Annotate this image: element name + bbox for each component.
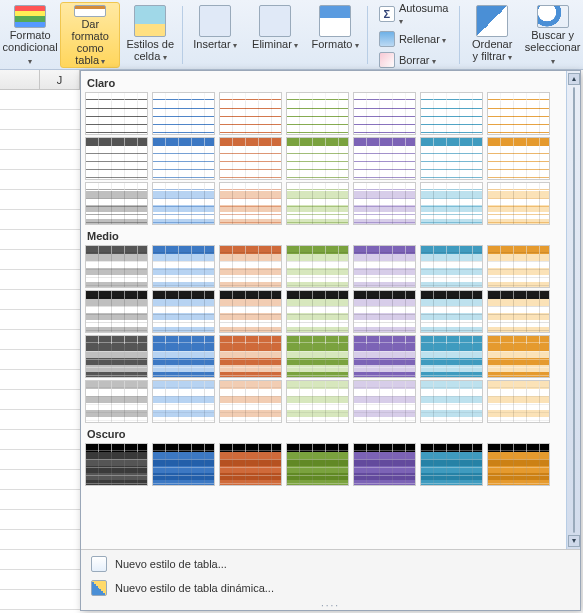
sort-filter-button[interactable]: Ordenar y filtrar xyxy=(462,2,522,68)
table-style-swatch[interactable] xyxy=(286,290,349,333)
table-style-swatch[interactable] xyxy=(85,245,148,288)
table-style-swatch[interactable] xyxy=(487,245,550,288)
autosum-button[interactable]: Σ Autosuma xyxy=(374,0,454,28)
table-style-swatch[interactable] xyxy=(286,245,349,288)
format-button[interactable]: Formato xyxy=(305,2,365,68)
find-select-button[interactable]: Buscar y seleccionar xyxy=(522,2,583,68)
table-style-swatch[interactable] xyxy=(219,182,282,225)
fill-button[interactable]: Rellenar xyxy=(374,29,454,49)
cell-row[interactable] xyxy=(0,590,80,610)
table-style-swatch[interactable] xyxy=(353,92,416,135)
table-style-swatch[interactable] xyxy=(219,245,282,288)
cell-row[interactable] xyxy=(0,130,80,150)
table-style-swatch[interactable] xyxy=(420,92,483,135)
table-style-swatch[interactable] xyxy=(152,380,215,423)
cell-row[interactable] xyxy=(0,510,80,530)
table-style-swatch[interactable] xyxy=(487,443,550,486)
table-style-swatch[interactable] xyxy=(219,92,282,135)
table-style-swatch[interactable] xyxy=(219,290,282,333)
new-pivot-style-item[interactable]: Nuevo estilo de tabla dinámica... xyxy=(81,576,580,600)
table-style-swatch[interactable] xyxy=(487,92,550,135)
table-style-swatch[interactable] xyxy=(353,443,416,486)
table-style-swatch[interactable] xyxy=(353,380,416,423)
cell-row[interactable] xyxy=(0,230,80,250)
table-style-swatch[interactable] xyxy=(286,335,349,378)
table-style-swatch[interactable] xyxy=(85,380,148,423)
table-style-swatch[interactable] xyxy=(420,290,483,333)
cell-row[interactable] xyxy=(0,210,80,230)
table-style-swatch[interactable] xyxy=(219,137,282,180)
table-style-swatch[interactable] xyxy=(353,335,416,378)
table-style-swatch[interactable] xyxy=(152,92,215,135)
table-style-swatch[interactable] xyxy=(286,137,349,180)
table-style-swatch[interactable] xyxy=(286,182,349,225)
table-style-swatch[interactable] xyxy=(219,443,282,486)
delete-button[interactable]: Eliminar xyxy=(245,2,305,68)
table-style-swatch[interactable] xyxy=(353,290,416,333)
cell-row[interactable] xyxy=(0,530,80,550)
column-header[interactable] xyxy=(0,70,40,89)
cell-row[interactable] xyxy=(0,190,80,210)
cell-row[interactable] xyxy=(0,450,80,470)
table-style-swatch[interactable] xyxy=(420,443,483,486)
insert-button[interactable]: Insertar xyxy=(185,2,245,68)
table-style-swatch[interactable] xyxy=(219,335,282,378)
cell-row[interactable] xyxy=(0,410,80,430)
table-style-swatch[interactable] xyxy=(152,182,215,225)
cell-row[interactable] xyxy=(0,310,80,330)
cell-row[interactable] xyxy=(0,290,80,310)
table-style-swatch[interactable] xyxy=(487,182,550,225)
gallery-scrollbar[interactable]: ▴ ▾ xyxy=(566,71,580,549)
table-style-swatch[interactable] xyxy=(353,182,416,225)
cell-row[interactable] xyxy=(0,250,80,270)
conditional-formatting-button[interactable]: Formato condicional xyxy=(0,2,60,68)
cell-row[interactable] xyxy=(0,150,80,170)
cell-row[interactable] xyxy=(0,470,80,490)
table-style-swatch[interactable] xyxy=(487,380,550,423)
table-style-swatch[interactable] xyxy=(420,245,483,288)
cell-row[interactable] xyxy=(0,490,80,510)
table-style-swatch[interactable] xyxy=(219,380,282,423)
table-style-swatch[interactable] xyxy=(85,137,148,180)
table-style-swatch[interactable] xyxy=(420,335,483,378)
cell-row[interactable] xyxy=(0,570,80,590)
cell-row[interactable] xyxy=(0,170,80,190)
cell-row[interactable] xyxy=(0,430,80,450)
cell-row[interactable] xyxy=(0,550,80,570)
table-style-swatch[interactable] xyxy=(286,443,349,486)
table-style-swatch[interactable] xyxy=(85,92,148,135)
format-as-table-button[interactable]: Dar formato como tabla xyxy=(60,2,120,68)
cell-row[interactable] xyxy=(0,330,80,350)
table-style-swatch[interactable] xyxy=(152,245,215,288)
cell-styles-button[interactable]: Estilos de celda xyxy=(120,2,180,68)
new-table-style-item[interactable]: Nuevo estilo de tabla... xyxy=(81,552,580,576)
table-style-swatch[interactable] xyxy=(420,182,483,225)
resize-grip[interactable]: ∙∙∙∙ xyxy=(81,600,580,608)
cell-row[interactable] xyxy=(0,110,80,130)
table-style-swatch[interactable] xyxy=(152,290,215,333)
cell-row[interactable] xyxy=(0,270,80,290)
table-style-swatch[interactable] xyxy=(420,380,483,423)
table-style-swatch[interactable] xyxy=(353,137,416,180)
table-style-swatch[interactable] xyxy=(152,137,215,180)
scroll-thumb[interactable] xyxy=(573,87,575,533)
table-style-swatch[interactable] xyxy=(487,137,550,180)
table-style-swatch[interactable] xyxy=(420,137,483,180)
table-style-swatch[interactable] xyxy=(487,335,550,378)
table-style-swatch[interactable] xyxy=(85,443,148,486)
cell-row[interactable] xyxy=(0,90,80,110)
table-style-swatch[interactable] xyxy=(286,380,349,423)
table-style-swatch[interactable] xyxy=(353,245,416,288)
table-style-swatch[interactable] xyxy=(487,290,550,333)
cell-row[interactable] xyxy=(0,390,80,410)
cell-row[interactable] xyxy=(0,350,80,370)
worksheet-grid[interactable]: J xyxy=(0,70,80,613)
column-header-j[interactable]: J xyxy=(40,70,80,89)
table-style-swatch[interactable] xyxy=(152,335,215,378)
scroll-down-button[interactable]: ▾ xyxy=(568,535,580,547)
cell-row[interactable] xyxy=(0,370,80,390)
table-style-swatch[interactable] xyxy=(152,443,215,486)
table-style-swatch[interactable] xyxy=(286,92,349,135)
scroll-up-button[interactable]: ▴ xyxy=(568,73,580,85)
table-style-swatch[interactable] xyxy=(85,290,148,333)
